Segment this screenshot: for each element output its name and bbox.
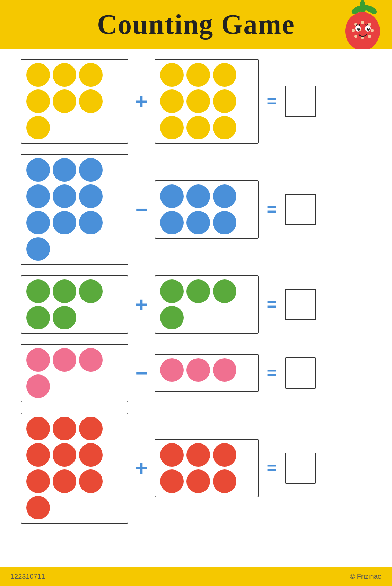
right-box-2 xyxy=(155,180,259,239)
dot xyxy=(26,443,50,467)
equals-3: = xyxy=(265,294,279,314)
footer-id: 122310711 xyxy=(10,572,45,580)
header-bar: Counting Game xyxy=(0,0,392,49)
equation-row-4: − = xyxy=(21,344,371,402)
equals-1: = xyxy=(265,91,279,111)
left-box-5 xyxy=(21,413,128,524)
dot xyxy=(160,63,184,87)
dot xyxy=(213,443,236,467)
dot xyxy=(79,417,103,440)
svg-point-20 xyxy=(368,28,369,29)
dot xyxy=(79,443,103,467)
left-box-2 xyxy=(21,154,128,265)
left-box-4 xyxy=(21,344,128,402)
dot xyxy=(213,89,236,113)
equation-row-5: + = xyxy=(21,413,371,524)
dot xyxy=(160,358,184,382)
equation-row-1: + = xyxy=(21,59,371,144)
equals-4: = xyxy=(265,363,279,383)
svg-point-4 xyxy=(345,12,380,49)
operator-1: + xyxy=(134,89,148,113)
dot xyxy=(26,89,50,113)
operator-2: − xyxy=(134,198,148,222)
dot xyxy=(160,306,184,329)
dot xyxy=(186,469,210,493)
svg-point-19 xyxy=(359,28,360,29)
dot xyxy=(79,63,103,87)
dot xyxy=(160,89,184,113)
svg-point-3 xyxy=(360,0,365,14)
dot xyxy=(213,116,236,139)
footer-credit: © Frizinao xyxy=(350,572,382,580)
dot xyxy=(26,116,50,139)
dot xyxy=(26,63,50,87)
svg-point-11 xyxy=(371,29,374,32)
dot xyxy=(79,89,103,113)
dot xyxy=(186,63,210,87)
svg-point-14 xyxy=(368,35,371,38)
right-box-4 xyxy=(155,354,259,392)
dot xyxy=(213,358,236,382)
operator-5: + xyxy=(134,456,148,480)
right-box-3 xyxy=(155,275,259,334)
dot xyxy=(79,158,103,182)
main-content: + = − xyxy=(0,49,392,534)
dot xyxy=(160,469,184,493)
dot xyxy=(79,348,103,372)
answer-box-5[interactable] xyxy=(285,453,316,484)
dot xyxy=(26,306,50,329)
right-box-1 xyxy=(155,59,259,144)
dot xyxy=(79,469,103,493)
dot xyxy=(53,184,76,208)
dot xyxy=(26,184,50,208)
equals-5: = xyxy=(265,458,279,478)
dot xyxy=(186,89,210,113)
dot xyxy=(79,279,103,303)
answer-box-2[interactable] xyxy=(285,194,316,225)
dot xyxy=(26,348,50,372)
left-box-1 xyxy=(21,59,128,144)
dot xyxy=(53,211,76,234)
svg-point-8 xyxy=(352,29,355,32)
dot xyxy=(160,443,184,467)
answer-box-3[interactable] xyxy=(285,289,316,320)
equals-2: = xyxy=(265,199,279,219)
footer-bar: 122310711 © Frizinao xyxy=(0,567,392,586)
operator-3: + xyxy=(134,293,148,317)
dot xyxy=(186,211,210,234)
svg-point-12 xyxy=(354,35,357,38)
dot xyxy=(186,443,210,467)
answer-box-4[interactable] xyxy=(285,357,316,389)
left-box-3 xyxy=(21,275,128,334)
dot xyxy=(213,469,236,493)
dot xyxy=(79,184,103,208)
dot xyxy=(213,63,236,87)
dot xyxy=(213,184,236,208)
svg-line-22 xyxy=(358,24,358,25)
operator-4: − xyxy=(134,361,148,385)
dot xyxy=(79,211,103,234)
dot xyxy=(53,306,76,329)
equation-row-2: − = xyxy=(21,154,371,265)
svg-point-6 xyxy=(361,21,364,24)
strawberry-icon xyxy=(340,0,385,49)
dot xyxy=(26,374,50,398)
right-box-5 xyxy=(155,439,259,497)
dot xyxy=(186,184,210,208)
dot xyxy=(53,348,76,372)
dot xyxy=(26,211,50,234)
answer-box-1[interactable] xyxy=(285,86,316,117)
dot xyxy=(53,63,76,87)
dot xyxy=(186,279,210,303)
dot xyxy=(186,358,210,382)
dot xyxy=(26,496,50,519)
dot xyxy=(53,469,76,493)
page-title: Counting Game xyxy=(97,9,295,40)
dot xyxy=(160,279,184,303)
dot xyxy=(53,417,76,440)
dot xyxy=(160,211,184,234)
dot xyxy=(26,469,50,493)
dot xyxy=(26,237,50,261)
dot xyxy=(53,158,76,182)
dot xyxy=(26,279,50,303)
